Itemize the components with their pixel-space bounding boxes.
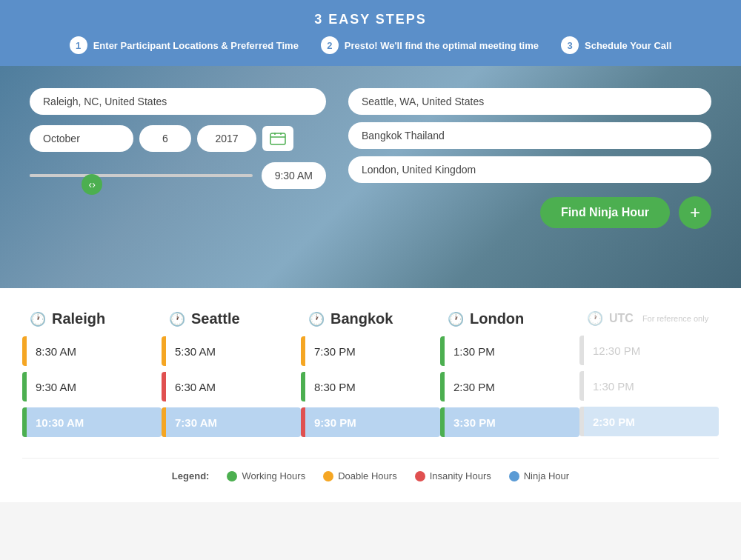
step-1-number: 1 [70, 36, 87, 54]
city-name-bangkok: Bangkok [330, 310, 393, 327]
city-name-raleigh: Raleigh [52, 310, 105, 327]
step-3: 3 Schedule Your Call [561, 36, 671, 54]
clock-icon-london: 🕐 [448, 311, 464, 327]
month-input[interactable] [30, 125, 133, 152]
find-ninja-hour-button[interactable]: Find Ninja Hour [540, 197, 670, 228]
step-2-number: 2 [321, 36, 339, 54]
working-hours-label: Working Hours [242, 470, 305, 481]
utc-note: For reference only [642, 314, 708, 323]
london-time-3: 3:30 PM [445, 409, 579, 436]
legend-label: Legend: [172, 470, 210, 481]
raleigh-time-2: 9:30 AM [27, 373, 162, 401]
city-header-london: 🕐 London [440, 310, 579, 327]
city-header-utc: 🕐 UTC For reference only [579, 310, 719, 327]
london-time-1: 1:30 PM [445, 338, 579, 365]
step-1: 1 Enter Participant Locations & Preferre… [70, 36, 299, 54]
city-header-bangkok: 🕐 Bangkok [301, 310, 440, 327]
page-title: 3 EASY STEPS [15, 12, 726, 27]
insanity-hours-dot [415, 471, 425, 481]
ninja-hour-label: Ninja Hour [524, 470, 569, 481]
utc-time-1: 12:30 PM [584, 337, 719, 364]
london-slot-2: 2:30 PM [440, 372, 579, 401]
ninja-hour-dot [509, 471, 519, 481]
working-hours-dot [227, 471, 237, 481]
results-section: 🕐 Raleigh 8:30 AM 9:30 AM 10:30 AM 🕐 Sea… [0, 288, 741, 502]
clock-icon-bangkok: 🕐 [308, 311, 325, 327]
utc-time-3: 2:30 PM [584, 408, 719, 436]
date-row [30, 125, 326, 152]
utc-slot-1: 12:30 PM [579, 336, 719, 365]
city-col-london: 🕐 London 1:30 PM 2:30 PM 3:30 PM [440, 310, 579, 443]
legend: Legend: Working Hours Doable Hours Insan… [22, 458, 719, 487]
legend-insanity-hours: Insanity Hours [415, 470, 491, 481]
bangkok-slot-1: 7:30 PM [301, 336, 440, 366]
bangkok-time-2: 8:30 PM [305, 373, 440, 401]
utc-slot-2: 1:30 PM [579, 371, 719, 401]
utc-time-2: 1:30 PM [584, 373, 719, 400]
step-2-label: Presto! We'll find the optimal meeting t… [345, 40, 539, 51]
right-column: Find Ninja Hour + [348, 88, 711, 229]
insanity-hours-label: Insanity Hours [430, 470, 491, 481]
city-col-raleigh: 🕐 Raleigh 8:30 AM 9:30 AM 10:30 AM [22, 310, 162, 443]
utc-slot-3: 2:30 PM [579, 407, 719, 436]
seattle-slot-3: 7:30 AM [162, 407, 301, 437]
step-3-number: 3 [561, 36, 579, 54]
city-header-raleigh: 🕐 Raleigh [22, 310, 162, 327]
doable-hours-dot [323, 471, 333, 481]
left-column: ‹› 9:30 AM [30, 88, 326, 189]
legend-ninja-hour: Ninja Hour [509, 470, 569, 481]
location1-input[interactable] [30, 88, 326, 115]
city-name-seattle: Seattle [191, 310, 240, 327]
raleigh-slot-1: 8:30 AM [22, 336, 162, 366]
location3-input[interactable] [348, 122, 711, 149]
seattle-time-3: 7:30 AM [166, 409, 301, 436]
step-1-label: Enter Participant Locations & Preferred … [93, 40, 299, 51]
slider-thumb[interactable]: ‹› [82, 174, 102, 195]
bangkok-time-1: 7:30 PM [305, 338, 440, 365]
bangkok-slot-2: 8:30 PM [301, 372, 440, 401]
slider-track: ‹› [30, 174, 253, 177]
seattle-time-1: 5:30 AM [166, 338, 301, 365]
time-slider-row: ‹› 9:30 AM [30, 162, 326, 189]
london-slot-1: 1:30 PM [440, 336, 579, 366]
raleigh-slot-2: 9:30 AM [22, 372, 162, 401]
city-name-utc: UTC [609, 312, 634, 325]
london-slot-3: 3:30 PM [440, 407, 579, 437]
action-row: Find Ninja Hour + [348, 196, 711, 229]
seattle-slot-2: 6:30 AM [162, 372, 301, 401]
city-columns: 🕐 Raleigh 8:30 AM 9:30 AM 10:30 AM 🕐 Sea… [22, 310, 719, 443]
step-2: 2 Presto! We'll find the optimal meeting… [321, 36, 539, 54]
year-input[interactable] [197, 125, 256, 152]
add-location-button[interactable]: + [679, 196, 711, 229]
location2-input[interactable] [348, 88, 711, 115]
steps-row: 1 Enter Participant Locations & Preferre… [15, 36, 726, 54]
time-display: 9:30 AM [262, 162, 326, 189]
city-col-bangkok: 🕐 Bangkok 7:30 PM 8:30 PM 9:30 PM [301, 310, 440, 443]
raleigh-slot-3: 10:30 AM [22, 407, 162, 437]
seattle-time-2: 6:30 AM [166, 373, 301, 401]
step-3-label: Schedule Your Call [585, 40, 671, 51]
time-slider[interactable]: ‹› [30, 168, 253, 183]
clock-icon-raleigh: 🕐 [30, 311, 46, 327]
city-name-london: London [470, 310, 524, 327]
seattle-slot-1: 5:30 AM [162, 336, 301, 366]
calendar-icon [270, 132, 286, 145]
city-col-utc: 🕐 UTC For reference only 12:30 PM 1:30 P… [579, 310, 719, 443]
hero-content: ‹› 9:30 AM Find Ninja Hour + [0, 66, 741, 251]
svg-rect-0 [270, 133, 285, 144]
location4-input[interactable] [348, 156, 711, 183]
london-time-2: 2:30 PM [445, 373, 579, 401]
bangkok-slot-3: 9:30 PM [301, 407, 440, 437]
city-header-seattle: 🕐 Seattle [162, 310, 301, 327]
legend-doable-hours: Doable Hours [323, 470, 397, 481]
clock-icon-utc: 🕐 [587, 310, 603, 327]
legend-working-hours: Working Hours [227, 470, 305, 481]
raleigh-time-1: 8:30 AM [27, 338, 162, 365]
doable-hours-label: Doable Hours [338, 470, 397, 481]
header-banner: 3 EASY STEPS 1 Enter Participant Locatio… [0, 0, 741, 66]
raleigh-time-3: 10:30 AM [27, 409, 162, 436]
day-input[interactable] [139, 125, 191, 152]
clock-icon-seattle: 🕐 [169, 311, 185, 327]
bangkok-time-3: 9:30 PM [305, 409, 440, 436]
calendar-button[interactable] [262, 126, 293, 151]
